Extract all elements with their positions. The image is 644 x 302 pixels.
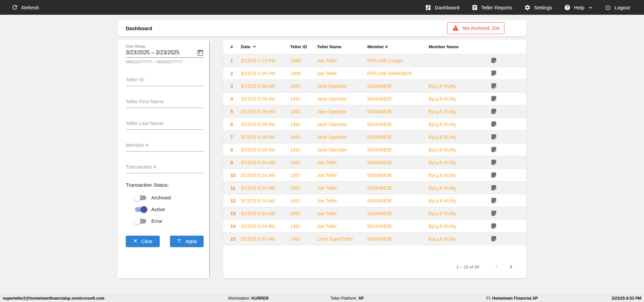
gear-icon bbox=[524, 4, 531, 11]
next-page-button[interactable] bbox=[507, 263, 515, 271]
table-row[interactable]: 15 3/23/25 9:07 AM 1491 Chris SuperTelle… bbox=[223, 233, 526, 245]
table-row[interactable]: 12 3/23/25 9:24 AM 1491 Joe Teller 50344… bbox=[223, 194, 526, 207]
table-row[interactable]: 2 3/23/25 1:05 PM 1489 Joe Teller OFFLIN… bbox=[223, 67, 526, 80]
table-row[interactable]: 6 3/23/25 9:29 AM 1491 Jane Operator 503… bbox=[223, 118, 526, 131]
warning-triangle-icon bbox=[452, 25, 459, 32]
row-teller-name: Jane Operator bbox=[317, 147, 367, 153]
filter-panel-scrollbar[interactable] bbox=[209, 41, 210, 277]
note-icon[interactable] bbox=[491, 236, 519, 242]
note-icon[interactable] bbox=[491, 172, 519, 178]
calendar-icon[interactable] bbox=[197, 49, 204, 56]
row-number: 3 bbox=[230, 83, 241, 89]
row-member-number: 5034463DE bbox=[367, 134, 429, 140]
row-member-number: 5034463DE bbox=[367, 147, 429, 153]
table-row[interactable]: 8 3/23/25 9:29 AM 1491 Jane Operator 503… bbox=[223, 143, 526, 156]
teller-first-name-input[interactable] bbox=[126, 95, 204, 108]
row-date: 3/23/25 9:29 AM bbox=[241, 109, 290, 114]
col-date[interactable]: Date bbox=[241, 44, 290, 50]
row-number: 5 bbox=[230, 109, 241, 114]
teller-last-name-input[interactable] bbox=[126, 117, 204, 129]
transaction-number-input[interactable] bbox=[126, 160, 204, 173]
fi-value: Hometown Financial XP bbox=[492, 296, 538, 301]
note-icon[interactable] bbox=[491, 185, 519, 191]
toggle-active[interactable]: Active bbox=[117, 203, 212, 215]
table-body: 1 3/23/25 2:13 PM 1489 Joe Teller OFFLIN… bbox=[223, 54, 526, 245]
table-row[interactable]: 1 3/23/25 2:13 PM 1489 Joe Teller OFFLIN… bbox=[223, 54, 526, 67]
member-number-input[interactable] bbox=[126, 138, 204, 151]
nav-help[interactable]: Help bbox=[564, 4, 593, 11]
status-bar: superteller2@hometownfinancialxp.onmicro… bbox=[0, 295, 644, 302]
note-icon[interactable] bbox=[491, 121, 519, 127]
row-teller-id: 1491 bbox=[290, 236, 317, 242]
note-icon[interactable] bbox=[491, 198, 519, 203]
transactions-table-card: # Date Teller ID Teller Name Member # Me… bbox=[223, 40, 526, 278]
nav-settings[interactable]: Settings bbox=[524, 4, 552, 11]
teller-id-input[interactable] bbox=[126, 73, 204, 86]
apply-button[interactable]: Apply bbox=[170, 236, 204, 247]
platform-label: Teller Platform: bbox=[330, 296, 357, 301]
date-range-input[interactable] bbox=[126, 50, 197, 56]
row-teller-name: Jane Operator bbox=[317, 109, 367, 114]
table-row[interactable]: 9 3/23/25 9:24 AM 1491 Joe Teller 503446… bbox=[223, 156, 526, 169]
row-member-name: ByLyJI KUNy bbox=[429, 173, 491, 178]
note-icon[interactable] bbox=[491, 58, 519, 63]
not-archived-badge[interactable]: Not Archived: 104 bbox=[447, 22, 504, 34]
note-icon[interactable] bbox=[491, 109, 519, 114]
table-row[interactable]: 5 3/23/25 9:29 AM 1491 Jane Operator 503… bbox=[223, 105, 526, 118]
table-row[interactable]: 10 3/23/25 9:24 AM 1491 Joe Teller 50344… bbox=[223, 169, 526, 182]
table-row[interactable]: 14 3/23/25 9:24 AM 1491 Joe Teller 50344… bbox=[223, 220, 526, 233]
table-row[interactable]: 7 3/23/25 9:29 AM 1491 Jane Operator 503… bbox=[223, 131, 526, 143]
nav-help-label: Help bbox=[574, 5, 584, 10]
table-row[interactable]: 11 3/23/25 9:24 AM 1491 Joe Teller 50344… bbox=[223, 182, 526, 194]
status-timestamp: 3/23/25 6:53 PM bbox=[611, 296, 641, 301]
row-number: 2 bbox=[230, 71, 241, 76]
member-number-field bbox=[126, 138, 204, 152]
transaction-status-label: Transaction Status: bbox=[126, 182, 204, 188]
toggle-error[interactable]: Error bbox=[117, 215, 212, 227]
nav-teller-reports[interactable]: Teller Reports bbox=[472, 4, 513, 11]
clipboard-icon bbox=[472, 4, 478, 11]
row-date: 3/23/25 9:29 AM bbox=[241, 122, 290, 127]
nav-dashboard[interactable]: Dashboard bbox=[425, 4, 459, 11]
table-row[interactable]: 13 3/23/25 9:24 AM 1491 Joe Teller 50344… bbox=[223, 207, 526, 220]
col-teller-name: Teller Name bbox=[317, 44, 367, 49]
col-teller-id: Teller ID bbox=[290, 44, 317, 49]
filter-buttons: Clear Apply bbox=[126, 236, 204, 247]
row-member-number: 5034463DE bbox=[367, 198, 429, 203]
row-member-number: 5034463DE bbox=[367, 83, 429, 89]
note-icon[interactable] bbox=[491, 83, 519, 89]
switch-active bbox=[135, 207, 146, 212]
toggle-archived[interactable]: Archived bbox=[117, 192, 212, 203]
nav-logout[interactable]: Logout bbox=[605, 4, 630, 11]
table-row[interactable]: 4 3/23/25 9:29 AM 1491 Jane Operator 503… bbox=[223, 93, 526, 105]
row-teller-name: Joe Teller bbox=[317, 173, 367, 178]
row-teller-id: 1491 bbox=[290, 173, 317, 178]
refresh-button[interactable]: Refresh bbox=[11, 4, 39, 11]
fi-status: FI: Hometown Financial XP bbox=[486, 296, 538, 301]
note-icon[interactable] bbox=[491, 210, 519, 216]
row-teller-id: 1491 bbox=[290, 198, 317, 203]
row-teller-name: Joe Teller bbox=[317, 198, 367, 203]
row-number: 11 bbox=[230, 185, 241, 191]
table-row[interactable]: 3 3/23/25 9:29 AM 1491 Jane Operator 503… bbox=[223, 80, 526, 93]
previous-page-button[interactable] bbox=[493, 263, 501, 271]
row-member-number: 5034463DE bbox=[367, 211, 429, 216]
note-icon[interactable] bbox=[491, 134, 519, 140]
row-number: 15 bbox=[230, 236, 241, 242]
row-number: 4 bbox=[230, 96, 241, 102]
clear-button-label: Clear bbox=[141, 239, 152, 244]
note-icon[interactable] bbox=[491, 70, 519, 76]
page-header-card: Dashboard Not Archived: 104 bbox=[117, 20, 526, 36]
row-number: 10 bbox=[230, 173, 241, 178]
note-icon[interactable] bbox=[491, 160, 519, 165]
note-icon[interactable] bbox=[491, 147, 519, 153]
fi-label: FI: bbox=[486, 296, 491, 301]
row-date: 3/23/25 1:05 PM bbox=[241, 71, 290, 76]
row-member-name: ByLyJI KUNy bbox=[429, 224, 491, 229]
date-range-helper: MM/DD/YYYY – MM/DD/YYYY bbox=[126, 60, 204, 64]
row-teller-id: 1489 bbox=[290, 58, 317, 63]
note-icon[interactable] bbox=[491, 96, 519, 102]
row-member-name: ByLyJI KUNy bbox=[429, 96, 491, 102]
clear-button[interactable]: Clear bbox=[126, 236, 160, 247]
note-icon[interactable] bbox=[491, 223, 519, 229]
